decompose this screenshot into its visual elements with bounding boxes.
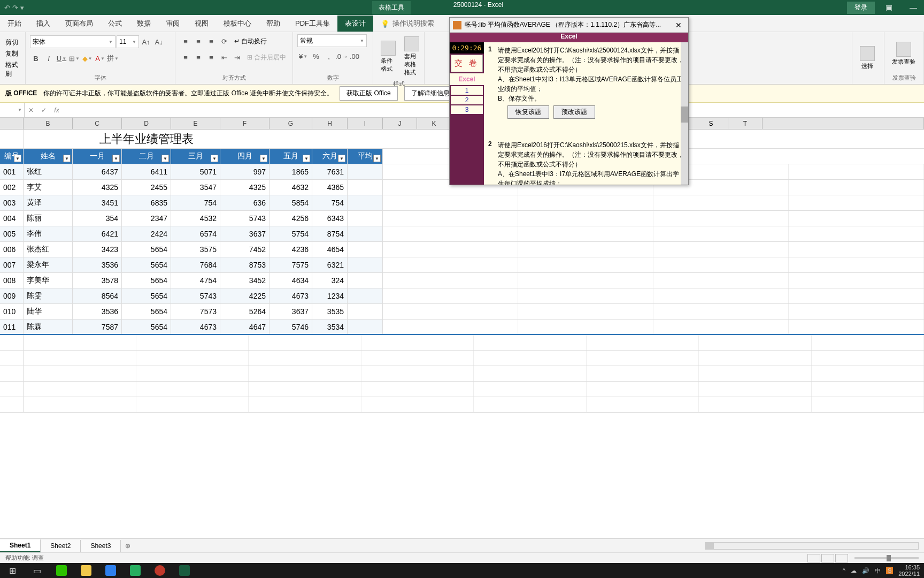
table-format-button[interactable]: 套用表格格式 <box>401 34 422 79</box>
increase-indent-icon[interactable]: ⇥ <box>231 51 243 63</box>
exam-scrollbar[interactable] <box>681 42 688 185</box>
table-row[interactable]: 008李美华35785654475434524634324 <box>0 273 924 288</box>
table-header-1[interactable]: 姓名▼ <box>24 149 73 164</box>
table-header-7[interactable]: 六月▼ <box>312 149 348 164</box>
col-header-g[interactable]: G <box>270 118 312 129</box>
clock[interactable]: 16:352022/11 <box>898 564 920 577</box>
bold-button[interactable]: B <box>30 52 42 64</box>
table-header-0[interactable]: 编号▼ <box>0 149 24 164</box>
border-button[interactable]: ⊞▼ <box>68 52 80 64</box>
col-header-t[interactable]: T <box>728 118 763 130</box>
col-header-c[interactable]: C <box>73 118 122 129</box>
table-row[interactable]: 003黄泽345168357546365854754 <box>0 195 924 211</box>
decrease-decimal-icon[interactable]: .00 <box>349 50 360 62</box>
font-name-select[interactable]: 宋体▼ <box>30 35 116 48</box>
tab-start[interactable]: 开始 <box>0 16 29 32</box>
comma-icon[interactable]: , <box>323 50 335 62</box>
sheet-tab-sheet2[interactable]: Sheet2 <box>41 540 81 552</box>
view-normal-icon[interactable] <box>807 554 820 562</box>
font-size-select[interactable]: 11▼ <box>117 35 139 48</box>
filter-icon[interactable]: ▼ <box>161 155 169 162</box>
wechat-icon[interactable] <box>49 563 74 578</box>
col-header-b[interactable]: B <box>24 118 73 129</box>
col-header-s[interactable]: S <box>694 118 728 130</box>
col-header-i[interactable]: I <box>348 118 383 129</box>
tab-insert[interactable]: 插入 <box>29 16 58 32</box>
merge-center-button[interactable]: ⊞ 合并后居中 <box>247 53 286 62</box>
orientation-icon[interactable]: ⟳ <box>218 35 230 47</box>
align-bottom-icon[interactable]: ≡ <box>205 35 217 47</box>
table-row[interactable]: 006张杰红342356543575745242364654 <box>0 242 924 257</box>
filter-icon[interactable]: ▼ <box>63 155 71 162</box>
qat-dropdown-icon[interactable]: ▾ <box>20 4 24 12</box>
tab-template[interactable]: 模板中心 <box>216 16 259 32</box>
format-painter-button[interactable]: 格式刷 <box>4 60 21 79</box>
table-header-6[interactable]: 五月▼ <box>270 149 312 164</box>
preview-question-button[interactable]: 预改该题 <box>553 105 595 119</box>
table-row[interactable]: 007梁永年353656547684875375756321 <box>0 257 924 273</box>
sogou-icon[interactable]: S <box>886 567 893 574</box>
col-header-k[interactable]: K <box>417 118 451 129</box>
filter-icon[interactable]: ▼ <box>211 155 218 162</box>
tell-me-search[interactable]: 💡 操作说明搜索 <box>373 16 442 32</box>
question-nav-1[interactable]: 1 <box>451 86 483 95</box>
italic-button[interactable]: I <box>43 52 55 64</box>
cloud-icon[interactable]: ☁ <box>851 567 857 574</box>
filter-icon[interactable]: ▼ <box>14 155 21 162</box>
start-button[interactable]: ⊞ <box>0 563 25 578</box>
table-row[interactable]: 011陈霖758756544673464757463534 <box>0 320 924 335</box>
sheet-tab-sheet1[interactable]: Sheet1 <box>0 539 41 552</box>
col-header-d[interactable]: D <box>122 118 171 129</box>
tab-pdf[interactable]: PDF工具集 <box>288 16 337 32</box>
fill-color-button[interactable]: ◆▼ <box>81 52 93 64</box>
align-right-icon[interactable]: ≡ <box>205 51 217 63</box>
conditional-format-button[interactable]: 条件格式 <box>378 39 399 75</box>
select-button[interactable]: 选择 <box>857 44 878 72</box>
number-format-select[interactable]: 常规▼ <box>297 34 367 47</box>
exam-titlebar[interactable]: 帐号:lib 平均值函数AVERAGE （程序版本：1.1.110.2）广东省高… <box>450 18 688 33</box>
undo-icon[interactable]: ↶ <box>4 4 10 12</box>
col-header-f[interactable]: F <box>220 118 270 129</box>
table-header-8[interactable]: 平均▼ <box>348 149 383 164</box>
align-top-icon[interactable]: ≡ <box>180 35 191 47</box>
redo-icon[interactable]: ↷ <box>12 4 18 12</box>
table-header-4[interactable]: 三月▼ <box>171 149 220 164</box>
task-view-icon[interactable]: ▭ <box>25 563 49 578</box>
login-button[interactable]: 登录 <box>847 2 875 14</box>
font-color-button[interactable]: A▼ <box>94 52 106 64</box>
tab-help[interactable]: 帮助 <box>259 16 288 32</box>
currency-icon[interactable]: ¥▼ <box>297 50 309 62</box>
app-icon-1[interactable] <box>98 563 123 578</box>
question-nav-3[interactable]: 3 <box>451 105 483 114</box>
question-nav-2[interactable]: 2 <box>451 96 483 104</box>
select-all-corner[interactable] <box>0 118 24 129</box>
tab-layout[interactable]: 页面布局 <box>58 16 101 32</box>
phonetic-button[interactable]: 拼▼ <box>107 52 119 64</box>
app-icon-2[interactable] <box>123 563 148 578</box>
fx-button[interactable]: fx <box>50 107 63 114</box>
tab-view[interactable]: 视图 <box>187 16 216 32</box>
get-genuine-button[interactable]: 获取正版 Office <box>340 86 397 101</box>
underline-button[interactable]: U▼ <box>56 52 67 64</box>
col-header-j[interactable]: J <box>383 118 417 129</box>
wrap-text-button[interactable]: ↵ 自动换行 <box>234 37 267 46</box>
table-row[interactable]: 009陈雯856456545743422546731234 <box>0 288 924 304</box>
invoice-button[interactable]: 发票查验 <box>889 40 919 68</box>
tab-table-design[interactable]: 表设计 <box>337 16 373 32</box>
filter-icon[interactable]: ▼ <box>260 155 267 162</box>
cut-button[interactable]: 剪切 <box>4 37 21 48</box>
enter-icon[interactable]: ✓ <box>37 107 50 114</box>
decrease-indent-icon[interactable]: ⇤ <box>218 51 230 63</box>
filter-icon[interactable]: ▼ <box>373 155 381 162</box>
tray-up-icon[interactable]: ^ <box>843 567 845 574</box>
table-header-3[interactable]: 二月▼ <box>122 149 171 164</box>
tab-data[interactable]: 数据 <box>129 16 158 32</box>
ime-indicator[interactable]: 中 <box>875 567 881 575</box>
percent-icon[interactable]: % <box>310 50 322 62</box>
zoom-slider[interactable] <box>854 557 919 559</box>
tab-formula[interactable]: 公式 <box>101 16 129 32</box>
volume-icon[interactable]: 🔊 <box>862 567 869 574</box>
record-icon[interactable] <box>148 563 172 578</box>
exam-close-icon[interactable]: ✕ <box>672 21 685 29</box>
minimize-icon[interactable]: — <box>903 3 924 12</box>
